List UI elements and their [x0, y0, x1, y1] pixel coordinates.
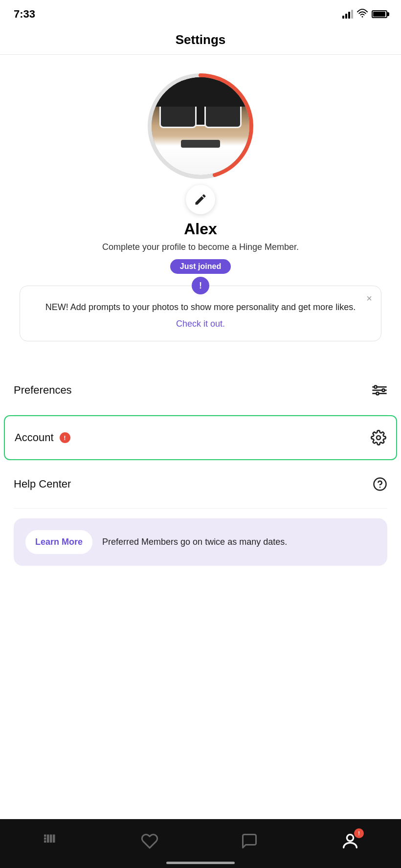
notification-card-wrapper: ! × NEW! Add prompts to your photos to s…	[20, 286, 381, 341]
sliders-icon	[372, 382, 387, 398]
preferences-menu-item[interactable]: Preferences	[14, 366, 387, 415]
svg-point-12	[377, 436, 380, 440]
home-icon	[41, 832, 59, 850]
notification-close-button[interactable]: ×	[366, 293, 372, 304]
account-label: Account	[15, 431, 54, 444]
signal-icon	[342, 10, 353, 19]
nav-profile[interactable]: !	[340, 831, 360, 851]
profile-subtitle: Complete your profile to become a Hinge …	[102, 242, 299, 252]
svg-point-6	[382, 389, 384, 391]
account-alert-badge: !	[60, 432, 70, 443]
wifi-icon	[357, 9, 368, 20]
notification-text: NEW! Add prompts to your photos to show …	[35, 301, 366, 314]
avatar-container	[147, 72, 254, 180]
avatar[interactable]	[152, 77, 249, 175]
preferred-text: Preferred Members go on twice as many da…	[102, 536, 287, 548]
profile-badge: !	[354, 828, 364, 838]
profile-section: Alex Complete your profile to become a H…	[0, 55, 401, 366]
bottom-nav: !	[0, 819, 401, 868]
page-title: Settings	[176, 32, 226, 47]
home-indicator	[166, 862, 235, 864]
battery-icon	[372, 10, 387, 18]
just-joined-badge: Just joined	[170, 259, 231, 274]
page-header: Settings	[0, 25, 401, 55]
edit-profile-button[interactable]	[186, 185, 215, 214]
heart-icon	[141, 832, 158, 850]
gear-icon	[371, 430, 386, 445]
menu-section: Preferences Account ! Help Center	[0, 366, 401, 509]
svg-point-13	[379, 487, 381, 488]
help-center-label: Help Center	[14, 478, 71, 490]
svg-point-9	[376, 392, 379, 395]
learn-more-button[interactable]: Learn More	[25, 530, 92, 554]
pencil-icon	[194, 193, 207, 206]
status-icons	[342, 9, 387, 20]
nav-messages[interactable]	[241, 832, 258, 850]
preferences-label: Preferences	[14, 384, 72, 397]
help-center-menu-item[interactable]: Help Center	[14, 460, 387, 509]
chat-icon	[241, 832, 258, 850]
help-icon	[373, 477, 387, 491]
svg-point-14	[347, 835, 353, 841]
nav-home[interactable]	[41, 832, 59, 850]
notification-alert-icon: !	[192, 277, 209, 294]
status-bar: 7:33	[0, 0, 401, 25]
notification-link[interactable]: Check it out.	[176, 319, 225, 329]
status-time: 7:33	[14, 8, 35, 21]
nav-likes[interactable]	[141, 832, 158, 850]
preferred-banner: Learn More Preferred Members go on twice…	[14, 518, 387, 566]
account-menu-item[interactable]: Account !	[4, 415, 397, 460]
svg-point-0	[362, 16, 363, 17]
svg-point-3	[374, 386, 377, 388]
profile-name: Alex	[184, 220, 217, 238]
